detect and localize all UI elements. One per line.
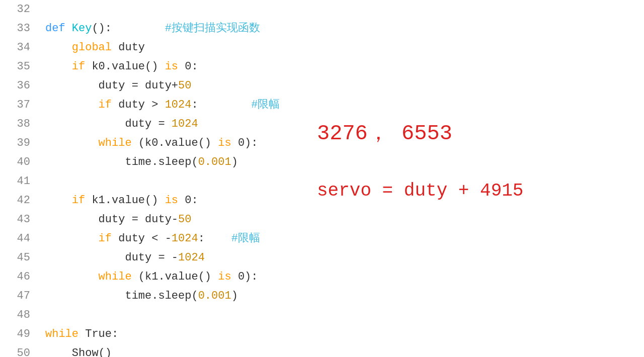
line-number-40: 40	[5, 153, 30, 172]
token: 1024	[172, 232, 198, 245]
token: 0.001	[198, 290, 231, 302]
line-numbers: 32333435363738394041424344454647484950	[0, 0, 35, 357]
line-number-35: 35	[5, 57, 30, 76]
line-number-45: 45	[5, 248, 30, 267]
token: while	[45, 328, 78, 340]
line-number-49: 49	[5, 325, 30, 344]
token: is	[165, 60, 178, 73]
code-line-43: duty = duty-50	[45, 210, 644, 229]
token: k1.value()	[85, 194, 165, 207]
token: duty = duty+	[45, 79, 178, 92]
code-line-47: time.sleep(0.001)	[45, 287, 644, 306]
token: ():	[92, 22, 165, 35]
token: def	[45, 22, 65, 35]
token: duty =	[45, 118, 172, 130]
annotation-range: 3276， 6553	[317, 124, 452, 143]
token: )	[231, 290, 238, 302]
token: duty = -	[45, 251, 178, 264]
token: 0):	[231, 137, 258, 149]
code-content: 3276， 6553 servo = duty + 4915 def Key()…	[35, 0, 644, 357]
code-line-32	[45, 0, 644, 19]
token: time.sleep(	[45, 156, 198, 168]
token: 1024	[172, 118, 198, 130]
token: 50	[178, 213, 191, 226]
token: time.sleep(	[45, 290, 198, 302]
token: is	[218, 271, 231, 283]
token: Show()	[45, 347, 112, 357]
token: 0:	[178, 60, 198, 73]
line-number-46: 46	[5, 267, 30, 287]
token: 0:	[178, 194, 198, 207]
code-editor: 32333435363738394041424344454647484950 3…	[0, 0, 644, 357]
line-number-32: 32	[5, 0, 30, 19]
line-number-41: 41	[5, 172, 30, 191]
token: duty = duty-	[45, 213, 178, 226]
token: is	[165, 194, 178, 207]
token: k0.value()	[85, 60, 165, 73]
token: :	[191, 99, 251, 111]
code-line-36: duty = duty+50	[45, 76, 644, 96]
line-number-36: 36	[5, 76, 30, 96]
line-number-43: 43	[5, 210, 30, 229]
token: (k0.value()	[132, 137, 218, 149]
token: while	[45, 137, 132, 149]
token: 50	[178, 79, 191, 92]
line-number-33: 33	[5, 19, 30, 38]
annotation-servo: servo = duty + 4915	[317, 182, 523, 201]
token: duty >	[112, 99, 165, 111]
code-line-37: if duty > 1024: #限幅	[45, 96, 644, 115]
token: 1024	[165, 99, 192, 111]
token: 1024	[178, 251, 205, 264]
code-line-35: if k0.value() is 0:	[45, 57, 644, 76]
line-number-44: 44	[5, 229, 30, 248]
token: is	[218, 137, 231, 149]
token: #限幅	[231, 232, 260, 245]
line-number-48: 48	[5, 306, 30, 325]
line-number-42: 42	[5, 191, 30, 210]
token: Key	[72, 22, 92, 35]
code-line-46: while (k1.value() is 0):	[45, 267, 644, 287]
token: #限幅	[251, 99, 280, 111]
token: if	[45, 194, 85, 207]
line-number-50: 50	[5, 344, 30, 357]
code-line-44: if duty < -1024: #限幅	[45, 229, 644, 248]
token: while	[45, 271, 132, 283]
line-number-37: 37	[5, 96, 30, 115]
token	[65, 22, 72, 35]
token: True:	[78, 328, 118, 340]
code-line-48	[45, 306, 644, 325]
token: 0.001	[198, 156, 231, 168]
code-line-33: def Key(): #按键扫描实现函数	[45, 19, 644, 38]
line-number-34: 34	[5, 38, 30, 57]
code-line-50: Show()	[45, 344, 644, 357]
code-line-34: global duty	[45, 38, 644, 57]
token: :	[198, 232, 231, 245]
line-number-38: 38	[5, 115, 30, 134]
token: if	[45, 232, 112, 245]
token: if	[45, 60, 85, 73]
code-line-45: duty = -1024	[45, 248, 644, 267]
token: )	[231, 156, 238, 168]
code-line-40: time.sleep(0.001)	[45, 153, 644, 172]
code-line-49: while True:	[45, 325, 644, 344]
token: global	[45, 41, 112, 54]
token: duty	[112, 41, 145, 54]
line-number-39: 39	[5, 134, 30, 153]
token: 0):	[231, 271, 258, 283]
token: duty < -	[112, 232, 172, 245]
token: #按键扫描实现函数	[165, 22, 260, 35]
line-number-47: 47	[5, 287, 30, 306]
token: if	[45, 99, 112, 111]
token: (k1.value()	[132, 271, 218, 283]
